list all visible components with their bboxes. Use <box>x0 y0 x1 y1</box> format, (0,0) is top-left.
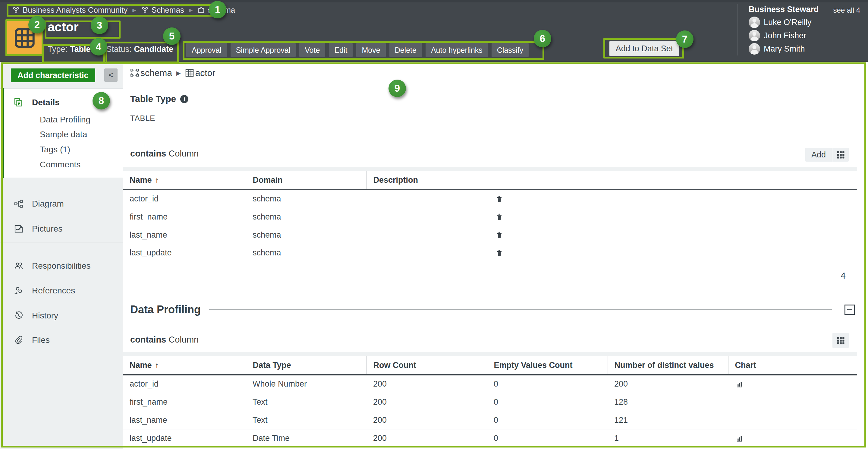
column-header-chart[interactable]: Chart <box>728 356 857 375</box>
cell-row-count: 200 <box>367 411 487 429</box>
workflow-action-button[interactable]: Edit <box>329 43 352 57</box>
trash-icon[interactable] <box>495 231 857 239</box>
sidebar-item-files[interactable]: Files <box>0 332 123 349</box>
column-header-name[interactable]: Name↑ <box>123 171 246 190</box>
collapse-section-button[interactable] <box>844 305 855 315</box>
steward-row[interactable]: Mary Smith <box>749 43 811 55</box>
cell-name: last_update <box>123 244 246 262</box>
steward-row[interactable]: John Fisher <box>749 30 811 41</box>
add-to-dataset-button[interactable]: Add to Data Set <box>610 41 679 56</box>
relation-prefix: contains <box>130 149 166 158</box>
workflow-action-button[interactable]: Delete <box>390 43 422 57</box>
cell-data-type: Whole Number <box>246 375 367 393</box>
breadcrumb-item-schema[interactable]: schema <box>197 5 235 15</box>
column-header-description[interactable]: Description <box>367 171 481 190</box>
bar-chart-icon[interactable] <box>736 380 857 388</box>
trash-icon[interactable] <box>495 249 857 257</box>
workflow-action-button[interactable]: Move <box>356 43 385 57</box>
steward-row[interactable]: Luke O'Reilly <box>749 16 811 28</box>
workflow-action-button[interactable]: Vote <box>299 43 325 57</box>
table-view-grid-icon[interactable] <box>832 333 849 348</box>
column-header-name[interactable]: Name↑ <box>123 356 246 375</box>
sidebar-item-details[interactable]: Details <box>0 94 123 111</box>
header-divider <box>738 4 738 56</box>
table-toolbar: Add <box>805 148 849 161</box>
info-icon[interactable]: i <box>180 95 188 103</box>
table-row: last_name schema <box>123 226 857 244</box>
sidebar: Add characteristic < Details Data Profil… <box>0 62 123 449</box>
content-divider <box>123 86 868 86</box>
column-header-data-type[interactable]: Data Type <box>246 356 367 375</box>
add-characteristic-button[interactable]: Add characteristic <box>11 68 95 82</box>
table-row: last_update Date Time 200 0 1 <box>123 429 857 447</box>
sidebar-item-label: History <box>32 311 58 321</box>
sidebar-item-label: Details <box>32 98 60 107</box>
column-header-row-count[interactable]: Row Count <box>367 356 487 375</box>
breadcrumb-current: actor <box>195 68 216 78</box>
breadcrumb-item-community[interactable]: Business Analysts Community <box>12 5 127 15</box>
trash-icon[interactable] <box>495 213 857 221</box>
sidebar-item-pictures[interactable]: Pictures <box>0 220 123 237</box>
link-icon <box>13 286 24 296</box>
status-label: Status: <box>106 44 132 54</box>
cell-data-type: Date Time <box>246 429 367 447</box>
breadcrumb-label: schema <box>208 5 235 15</box>
cell-empty-values: 0 <box>487 393 608 411</box>
sidebar-item-diagram[interactable]: Diagram <box>0 196 123 212</box>
table-row: actor_id schema <box>123 190 857 208</box>
sidebar-item-responsibilities[interactable]: Responsibilities <box>0 258 123 274</box>
sidebar-active-indicator <box>2 88 4 178</box>
sidebar-item-history[interactable]: History <box>0 307 123 324</box>
cell-description <box>367 190 481 208</box>
type-label: Type: <box>48 44 67 54</box>
sort-asc-icon: ↑ <box>155 361 159 370</box>
breadcrumb-parent-link[interactable]: schema <box>141 68 172 78</box>
table-header-strip <box>123 352 857 356</box>
cell-empty-values: 0 <box>487 429 608 447</box>
column-header-empty-values[interactable]: Empty Values Count <box>487 356 608 375</box>
sidebar-item-comments[interactable]: Comments <box>0 156 123 173</box>
cell-domain: schema <box>246 226 367 244</box>
sidebar-item-tags[interactable]: Tags (1) <box>0 141 123 158</box>
contains-column-heading: contains Column <box>130 149 198 159</box>
minus-icon <box>847 309 852 310</box>
sidebar-item-references[interactable]: References <box>0 282 123 299</box>
data-profiling-heading: Data Profiling <box>130 303 832 316</box>
relation-prefix: contains <box>130 335 166 345</box>
avatar <box>749 43 760 55</box>
trash-icon[interactable] <box>495 195 857 203</box>
avatar <box>749 17 760 28</box>
steward-name: John Fisher <box>764 31 806 40</box>
breadcrumb-item-schemas[interactable]: Schemas <box>141 5 184 15</box>
workflow-action-button[interactable]: Approval <box>186 43 227 57</box>
cell-distinct-values: 1 <box>608 429 728 447</box>
workflow-action-button[interactable]: Simple Approval <box>230 43 296 57</box>
cell-data-type: Text <box>246 393 367 411</box>
relation-entity: Column <box>168 335 198 345</box>
sidebar-item-data-profiling[interactable]: Data Profiling <box>0 111 123 128</box>
cell-domain: schema <box>246 244 367 262</box>
table-row: actor_id Whole Number 200 0 200 <box>123 375 857 393</box>
section-title: Data Profiling <box>130 303 201 316</box>
sidebar-collapse-button[interactable]: < <box>104 68 118 82</box>
cell-chart <box>728 411 857 429</box>
bar-chart-icon[interactable] <box>736 435 857 442</box>
chevron-right-icon: ▶ <box>189 7 193 13</box>
workflow-action-button[interactable]: Auto hyperlinks <box>426 43 488 57</box>
table-row: first_name schema <box>123 208 857 226</box>
sidebar-item-sample-data[interactable]: Sample data <box>0 126 123 143</box>
see-all-link[interactable]: see all 4 <box>833 6 860 14</box>
column-header-domain[interactable]: Domain <box>246 171 367 190</box>
row-count: 4 <box>841 270 846 281</box>
window-top-strip <box>0 0 868 2</box>
workflow-action-button[interactable]: Classify <box>492 43 529 57</box>
cell-name: last_name <box>123 411 246 429</box>
sidebar-item-label: Sample data <box>40 130 87 139</box>
table-row: last_update schema <box>123 244 857 262</box>
add-column-button[interactable]: Add <box>805 148 832 161</box>
cell-actions <box>481 208 857 226</box>
cell-description <box>367 226 481 244</box>
column-header-distinct-values[interactable]: Number of distinct values <box>608 356 728 375</box>
cell-domain: schema <box>246 190 367 208</box>
table-view-grid-icon[interactable] <box>832 148 849 161</box>
